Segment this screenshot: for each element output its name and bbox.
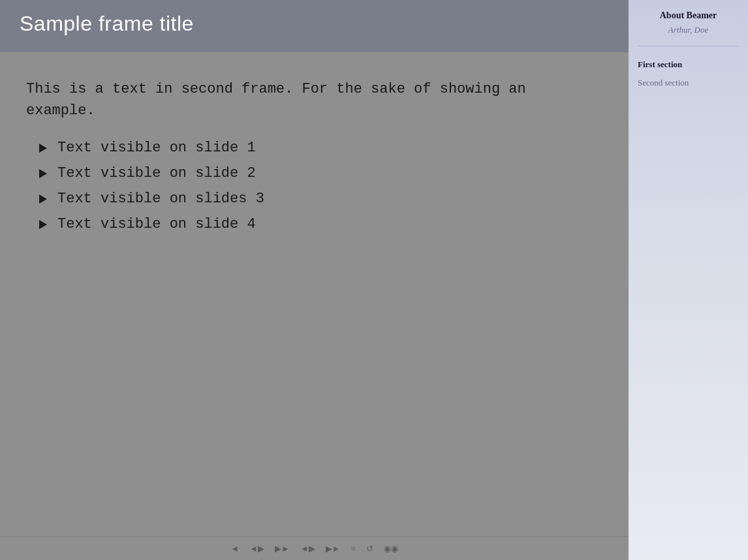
sidebar-author: Arthur, Doe xyxy=(638,25,739,35)
list-item: Text visible on slide 4 xyxy=(39,216,602,232)
slide-area: Sample frame title This is a text in sec… xyxy=(0,0,629,560)
slide-toolbar: ◄ ◄▶ ▶► ◄▶ ▶► ≡ ↺ ◉◉ xyxy=(0,537,629,560)
slide-content: This is a text in second frame. For the … xyxy=(0,52,629,537)
bullet-arrow-icon xyxy=(39,220,47,229)
bullet-text-2: Text visible on slide 2 xyxy=(57,165,256,181)
bullet-text-1: Text visible on slide 1 xyxy=(57,140,256,156)
slide-header: Sample frame title xyxy=(0,0,629,52)
bullet-arrow-icon xyxy=(39,194,47,204)
sidebar-divider xyxy=(638,46,739,46)
sidebar-item-first-section[interactable]: First section xyxy=(638,55,739,74)
toolbar-menu-icon[interactable]: ≡ xyxy=(349,542,358,555)
toolbar-nav-next-section[interactable]: ▶► xyxy=(323,542,343,555)
list-item: Text visible on slides 3 xyxy=(39,191,602,207)
list-item: Text visible on slide 1 xyxy=(39,140,602,156)
toolbar-search-icon[interactable]: ◉◉ xyxy=(381,542,401,555)
toolbar-nav-prev-section[interactable]: ◄▶ xyxy=(298,542,318,555)
toolbar-nav-next-frame[interactable]: ▶► xyxy=(272,542,292,555)
toolbar-nav-back[interactable]: ◄ xyxy=(228,542,242,555)
sidebar-nav: First section Second section xyxy=(629,49,748,99)
list-item: Text visible on slide 2 xyxy=(39,165,602,181)
toolbar-undo-icon[interactable]: ↺ xyxy=(364,542,376,555)
bullet-text-4: Text visible on slide 4 xyxy=(57,216,256,232)
bullet-list: Text visible on slide 1 Text visible on … xyxy=(26,140,602,232)
bullet-arrow-icon xyxy=(39,169,47,178)
bullet-arrow-icon xyxy=(39,144,47,153)
slide-title: Sample frame title xyxy=(20,12,194,35)
sidebar: About Beamer Arthur, Doe First section S… xyxy=(629,0,748,560)
sidebar-about-title: About Beamer xyxy=(638,10,739,21)
sidebar-item-second-section[interactable]: Second section xyxy=(638,74,739,92)
slide-body-text: This is a text in second frame. For the … xyxy=(26,78,602,121)
toolbar-nav-prev-frame[interactable]: ◄▶ xyxy=(247,542,267,555)
sidebar-about: About Beamer Arthur, Doe xyxy=(629,0,748,43)
bullet-text-3: Text visible on slides 3 xyxy=(57,191,264,207)
